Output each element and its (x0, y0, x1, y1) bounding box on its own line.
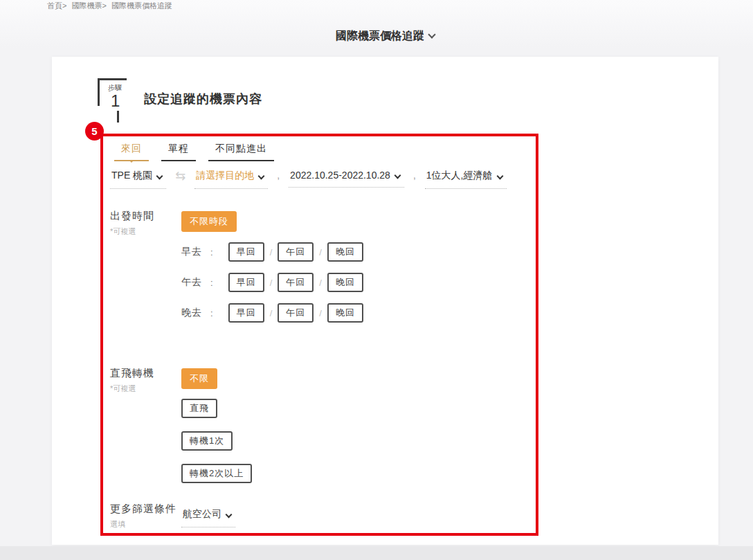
return-noon-button[interactable]: 午回 (278, 303, 314, 323)
return-noon-button[interactable]: 午回 (278, 273, 314, 292)
direct-flight-button[interactable]: 直飛 (181, 399, 217, 418)
tab-oneway-label: 單程 (168, 143, 189, 154)
optional-note: 選填 (110, 519, 125, 530)
trip-type-tabs: 來回 單程 不同點進出 (114, 139, 274, 161)
chevron-down-icon (394, 172, 401, 179)
dates-value: 2022.10.25-2022.10.28 (290, 170, 390, 181)
dates-dropdown[interactable]: 2022.10.25-2022.10.28 (289, 168, 404, 188)
go-time-label: 晚去 (181, 307, 208, 319)
passengers-value: 1位大人,經濟艙 (426, 170, 493, 182)
slash-separator: / (319, 247, 322, 258)
colon: : (210, 247, 213, 258)
annotation-highlight-box: 來回 單程 不同點進出 TPE 桃園 ⇆ 請選擇目的地 , 2022.10.25… (100, 134, 538, 536)
more-filters-label: 更多篩選條件 (110, 503, 176, 516)
time-combination-rows: 早去 : 早回 / 午回 / 晚回 午去 : 早回 / 午回 / 晚回 (181, 243, 363, 334)
multi-select-note: *可複選 (110, 226, 136, 237)
noon-depart-row: 午去 : 早回 / 午回 / 晚回 (181, 273, 363, 291)
any-transfer-button[interactable]: 不限 (181, 368, 217, 389)
page-title: 國際機票價格追蹤 (336, 30, 424, 42)
breadcrumb-separator: > (102, 1, 107, 10)
separator: , (277, 168, 280, 181)
breadcrumb-home[interactable]: 首頁 (47, 1, 62, 10)
morning-depart-row: 早去 : 早回 / 午回 / 晚回 (181, 243, 363, 261)
airline-dropdown[interactable]: 航空公司 (181, 507, 235, 527)
slash-separator: / (319, 278, 322, 288)
slash-separator: / (319, 308, 322, 318)
multi-select-note: *可複選 (110, 383, 136, 394)
airline-label: 航空公司 (183, 508, 221, 521)
step-bracket (98, 78, 100, 106)
section-heading: 設定追蹤的機票內容 (144, 91, 262, 107)
return-morning-button[interactable]: 早回 (228, 242, 264, 262)
origin-value: TPE 桃園 (111, 170, 152, 182)
two-plus-stops-button[interactable]: 轉機2次以上 (181, 464, 252, 483)
return-morning-button[interactable]: 早回 (228, 273, 264, 292)
destination-placeholder: 請選擇目的地 (196, 170, 254, 182)
annotation-badge: 5 (85, 122, 104, 141)
slash-separator: / (270, 247, 273, 258)
route-selection-row: TPE 桃園 ⇆ 請選擇目的地 , 2022.10.25-2022.10.28 … (110, 168, 507, 189)
colon: : (210, 308, 213, 318)
separator: , (413, 168, 416, 181)
any-timeslot-button[interactable]: 不限時段 (181, 211, 237, 232)
step-marker: 步驟 1 (98, 78, 139, 127)
go-time-label: 早去 (181, 246, 208, 258)
direct-transfer-label: 直飛轉機 (110, 367, 154, 380)
chevron-down-icon (428, 30, 435, 38)
active-tab-caret-icon (129, 160, 134, 165)
return-morning-button[interactable]: 早回 (228, 303, 264, 323)
passengers-cabin-dropdown[interactable]: 1位大人,經濟艙 (425, 168, 507, 189)
go-time-label: 午去 (181, 276, 208, 289)
breadcrumb-current: 國際機票價格追蹤 (111, 1, 172, 10)
departure-time-label: 出發時間 (110, 210, 154, 223)
one-stop-button[interactable]: 轉機1次 (181, 431, 233, 451)
return-noon-button[interactable]: 午回 (278, 242, 314, 262)
chevron-down-icon (226, 511, 233, 518)
breadcrumb: 首頁> 國際機票> 國際機票價格追蹤 (47, 1, 172, 11)
transfer-options: 直飛 轉機1次 轉機2次以上 (181, 399, 252, 496)
step-bracket (98, 78, 127, 80)
page-title-dropdown[interactable]: 國際機票價格追蹤 (52, 29, 718, 44)
slash-separator: / (270, 278, 273, 288)
return-evening-button[interactable]: 晚回 (327, 242, 363, 262)
return-evening-button[interactable]: 晚回 (327, 303, 363, 323)
breadcrumb-separator: > (62, 1, 66, 10)
step-number: 1 (111, 93, 120, 109)
origin-dropdown[interactable]: TPE 桃園 (110, 168, 166, 189)
return-evening-button[interactable]: 晚回 (327, 273, 363, 292)
chevron-down-icon (156, 172, 163, 179)
chevron-down-icon (258, 172, 265, 179)
page-bottom-strip (0, 546, 753, 560)
slash-separator: / (270, 308, 273, 318)
swap-icon[interactable]: ⇆ (175, 168, 185, 182)
tab-multicity-label: 不同點進出 (215, 143, 267, 154)
tab-roundtrip[interactable]: 來回 (114, 139, 149, 161)
breadcrumb-intl-flights[interactable]: 國際機票 (72, 1, 102, 10)
destination-dropdown[interactable]: 請選擇目的地 (194, 168, 268, 189)
step-bracket (117, 111, 119, 123)
tab-roundtrip-label: 來回 (121, 143, 142, 154)
colon: : (210, 278, 213, 288)
tab-multicity[interactable]: 不同點進出 (208, 139, 274, 161)
evening-depart-row: 晚去 : 早回 / 午回 / 晚回 (181, 304, 363, 322)
tab-oneway[interactable]: 單程 (161, 139, 196, 161)
tracking-setup-card: 步驟 1 設定追蹤的機票內容 5 來回 單程 不同點進出 TPE 桃園 ⇆ 請選… (52, 57, 718, 545)
chevron-down-icon (496, 172, 503, 179)
